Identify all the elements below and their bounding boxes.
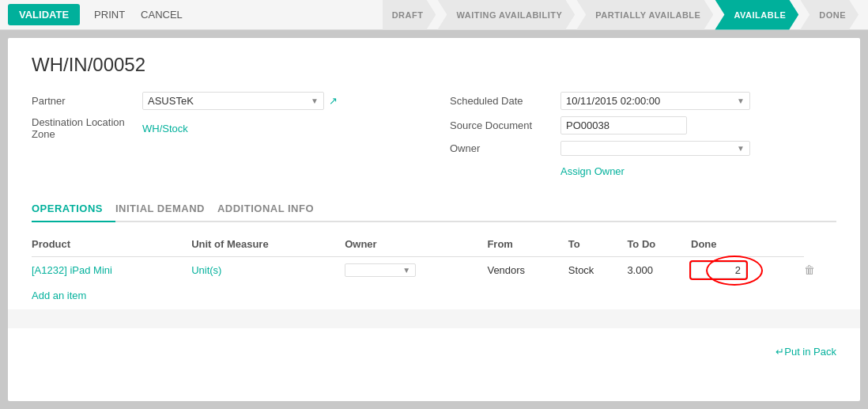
partner-select[interactable]: ASUSTeK ▼ — [142, 92, 324, 110]
partner-row: Partner ASUSTeK ▼ ↗ — [32, 92, 418, 110]
tab-operations[interactable]: OPERATIONS — [32, 196, 115, 222]
owner-row: Owner ▼ — [450, 141, 836, 156]
cancel-button[interactable]: CANCEL — [133, 4, 191, 25]
table-header: ProductUnit of MeasureOwnerFromToTo DoDo… — [32, 235, 836, 257]
card: WH/IN/00052 Partner ASUSTeK ▼ ↗ — [8, 38, 860, 401]
destination-row: Destination Location Zone WH/Stock — [32, 116, 418, 140]
row-owner-dropdown-icon: ▼ — [402, 266, 410, 275]
col-header-unit-of-measure: Unit of Measure — [191, 235, 345, 257]
partner-value-container: ASUSTeK ▼ ↗ — [142, 92, 418, 110]
owner-value-container: ▼ — [560, 141, 836, 156]
destination-label: Destination Location Zone — [32, 116, 142, 140]
status-step-draft: DRAFT — [383, 0, 436, 30]
delete-row-icon[interactable]: 🗑 — [804, 263, 815, 276]
scheduled-date-label: Scheduled Date — [450, 95, 560, 107]
tab-additional-info[interactable]: ADDITIONAL INFO — [217, 196, 326, 222]
add-item-link[interactable]: Add an item — [32, 290, 86, 301]
tab-initial-demand[interactable]: INITIAL DEMAND — [115, 196, 217, 222]
table-header-row: ProductUnit of MeasureOwnerFromToTo DoDo… — [32, 235, 836, 257]
scheduled-date-dropdown-icon: ▼ — [737, 97, 745, 105]
document-title: WH/IN/00052 — [32, 54, 836, 76]
tabs: OPERATIONSINITIAL DEMANDADDITIONAL INFO — [32, 196, 836, 222]
done-input[interactable] — [691, 262, 746, 278]
source-doc-row: Source Document — [450, 116, 836, 134]
scheduled-date-row: Scheduled Date 10/11/2015 02:00:00 ▼ — [450, 92, 836, 110]
col-header-from: From — [487, 235, 568, 257]
scheduled-date-value-container: 10/11/2015 02:00:00 ▼ — [560, 92, 836, 110]
uom-link[interactable]: Unit(s) — [191, 264, 221, 276]
status-step-done: DONE — [800, 0, 859, 30]
destination-link[interactable]: WH/Stock — [142, 123, 188, 134]
col-header-to-do: To Do — [627, 235, 691, 257]
assign-owner-button[interactable]: Assign Owner — [560, 162, 625, 180]
col-header-owner: Owner — [345, 235, 487, 257]
owner-label: Owner — [450, 142, 560, 154]
status-step-available: AVAILABLE — [715, 0, 798, 30]
partner-dropdown-icon: ▼ — [311, 97, 319, 105]
partner-external-link-icon[interactable]: ↗ — [329, 95, 338, 107]
owner-select[interactable]: ▼ — [560, 141, 750, 156]
delete-cell: 🗑 — [804, 257, 836, 284]
col-header-product: Product — [32, 235, 191, 257]
col-header-done: Done — [691, 235, 804, 257]
from-cell: Vendors — [487, 257, 568, 284]
scheduled-date-text: 10/11/2015 02:00:00 — [566, 95, 734, 107]
put-in-pack-button[interactable]: ↵Put in Pack — [776, 346, 836, 358]
todo-cell: 3.000 — [627, 257, 691, 284]
form-right: Scheduled Date 10/11/2015 02:00:00 ▼ Sou… — [450, 92, 836, 180]
row-owner-select[interactable]: ▼ — [345, 263, 416, 277]
done-cell-inner — [691, 262, 798, 278]
done-cell — [691, 257, 804, 284]
scheduled-date-select[interactable]: 10/11/2015 02:00:00 ▼ — [560, 92, 750, 110]
table-row: [A1232] iPad MiniUnit(s)▼VendorsStock3.0… — [32, 257, 836, 284]
status-step-waiting-availability: WAITING AVAILABILITY — [437, 0, 575, 30]
print-button[interactable]: PRINT — [86, 4, 133, 25]
main-content: WH/IN/00052 Partner ASUSTeK ▼ ↗ — [0, 30, 868, 409]
operations-table: ProductUnit of MeasureOwnerFromToTo DoDo… — [32, 235, 836, 283]
form-left: Partner ASUSTeK ▼ ↗ Destination Location… — [32, 92, 418, 180]
partner-text: ASUSTeK — [148, 95, 308, 107]
gray-bar — [8, 309, 860, 328]
source-doc-label: Source Document — [450, 119, 560, 131]
to-cell: Stock — [568, 257, 628, 284]
partner-label: Partner — [32, 95, 142, 107]
destination-value-container: WH/Stock — [142, 123, 418, 134]
table-body: [A1232] iPad MiniUnit(s)▼VendorsStock3.0… — [32, 257, 836, 284]
bottom-bar: ↵Put in Pack — [32, 336, 836, 358]
col-header-to: To — [568, 235, 628, 257]
source-doc-value-container — [560, 116, 836, 134]
status-step-partially-available: PARTIALLY AVAILABLE — [576, 0, 713, 30]
form-section: Partner ASUSTeK ▼ ↗ Destination Location… — [32, 92, 836, 180]
status-bar: DRAFTWAITING AVAILABILITYPARTIALLY AVAIL… — [383, 0, 860, 29]
toolbar: VALIDATE PRINT CANCEL DRAFTWAITING AVAIL… — [0, 0, 868, 30]
source-doc-input[interactable] — [560, 116, 687, 134]
owner-dropdown-icon: ▼ — [737, 144, 745, 153]
validate-button[interactable]: VALIDATE — [8, 4, 80, 25]
product-link[interactable]: [A1232] iPad Mini — [32, 264, 112, 276]
